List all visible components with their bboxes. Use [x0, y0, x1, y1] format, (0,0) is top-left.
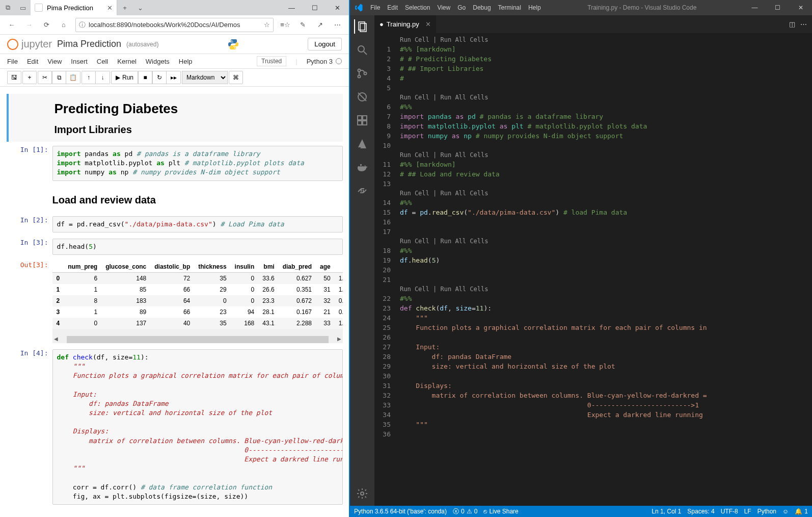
- vsc-minimize-icon[interactable]: —: [743, 0, 766, 15]
- code-line[interactable]: 7import pandas as pd # pandas is a dataf…: [374, 112, 812, 121]
- code-line[interactable]: 19df.head(5): [374, 255, 812, 265]
- code-line[interactable]: 13: [374, 179, 812, 189]
- menu-insert[interactable]: Insert: [71, 58, 88, 65]
- sb-indent[interactable]: Spaces: 4: [687, 508, 714, 515]
- code-input[interactable]: def check(df, size=11): """ Function plo…: [52, 349, 343, 505]
- code-line[interactable]: 14#%%: [374, 198, 812, 208]
- menu-view[interactable]: View: [47, 58, 62, 65]
- code-line[interactable]: 30: [374, 371, 812, 381]
- jupyter-logo[interactable]: jupyter: [7, 38, 52, 50]
- liveshare-icon[interactable]: [355, 184, 369, 198]
- move-down-button[interactable]: ↓: [96, 71, 110, 84]
- code-line[interactable]: 24 """: [374, 313, 812, 323]
- notebook-body[interactable]: Predicting Diabetes Import Libraries In …: [0, 87, 349, 517]
- azure-icon[interactable]: [355, 137, 369, 151]
- notebook-name[interactable]: Pima Prediction: [57, 39, 121, 49]
- code-line[interactable]: 32 matrix of correlation between columns…: [374, 391, 812, 400]
- sb-notifications-icon[interactable]: 🔔 1: [795, 508, 808, 515]
- codelens[interactable]: Run Cell | Run All Cells: [374, 189, 812, 198]
- code-line[interactable]: 33 0------------------------->1: [374, 400, 812, 410]
- sb-cursor-pos[interactable]: Ln 1, Col 1: [652, 508, 681, 515]
- search-icon[interactable]: [355, 43, 369, 57]
- notes-icon[interactable]: ✎: [295, 17, 310, 33]
- code-line[interactable]: 12# ## Load and review data: [374, 169, 812, 179]
- reading-list-icon[interactable]: ≡☆: [278, 17, 293, 33]
- code-line[interactable]: 20: [374, 265, 812, 275]
- docker-icon[interactable]: [355, 160, 369, 174]
- menu-help[interactable]: Help: [179, 58, 193, 65]
- menu-file[interactable]: File: [7, 58, 18, 65]
- maximize-icon[interactable]: ☐: [303, 0, 326, 15]
- editor-tab-training[interactable]: ● Training.py ✕: [374, 15, 437, 33]
- add-cell-button[interactable]: +: [22, 71, 37, 84]
- vsc-menu-view[interactable]: View: [437, 4, 450, 11]
- code-line[interactable]: 10: [374, 141, 812, 150]
- vsc-menu-edit[interactable]: Edit: [387, 4, 398, 11]
- code-line[interactable]: 17: [374, 227, 812, 237]
- code-line[interactable]: 34 Expect a darkred line running: [374, 410, 812, 420]
- vsc-menu-file[interactable]: File: [370, 4, 380, 11]
- sb-eol[interactable]: LF: [744, 508, 751, 515]
- scroll-left-icon[interactable]: ◀: [52, 336, 60, 343]
- code-line[interactable]: 22#%%: [374, 294, 812, 303]
- browser-tab-active[interactable]: Pima Prediction ✕: [31, 0, 117, 15]
- codelens[interactable]: Run Cell | Run All Cells: [374, 93, 812, 102]
- vsc-close-icon[interactable]: ✕: [789, 0, 812, 15]
- home-icon[interactable]: ⌂: [56, 17, 71, 33]
- command-palette-button[interactable]: ⌘: [229, 71, 243, 84]
- codelens[interactable]: Run Cell | Run All Cells: [374, 285, 812, 294]
- tab-aside-icon[interactable]: ⧉: [0, 0, 15, 15]
- back-icon[interactable]: ←: [4, 17, 19, 33]
- more-icon[interactable]: ⋯: [330, 17, 345, 33]
- code-line[interactable]: 5: [374, 83, 812, 93]
- menu-widgets[interactable]: Widgets: [146, 58, 170, 65]
- menu-kernel[interactable]: Kernel: [117, 58, 137, 65]
- sb-encoding[interactable]: UTF-8: [721, 508, 738, 515]
- code-line[interactable]: 1#%% [markdown]: [374, 44, 812, 54]
- copy-button[interactable]: ⧉: [52, 71, 66, 84]
- tab-close-icon[interactable]: ✕: [425, 20, 431, 28]
- code-line[interactable]: 26: [374, 332, 812, 342]
- vsc-menu-go[interactable]: Go: [457, 4, 466, 11]
- sb-liveshare[interactable]: ⎋ Live Share: [483, 508, 518, 515]
- sb-python-env[interactable]: Python 3.6.5 64-bit ('base': conda): [354, 508, 447, 515]
- cut-button[interactable]: ✂: [38, 71, 52, 84]
- run-button[interactable]: ▶ Run: [111, 71, 138, 84]
- paste-button[interactable]: 📋: [66, 71, 80, 84]
- tab-preview-icon[interactable]: ▭: [15, 0, 31, 15]
- code-line[interactable]: 9import numpy as np # numpy provides N-d…: [374, 131, 812, 141]
- split-editor-icon[interactable]: ◫: [789, 20, 795, 28]
- code-line[interactable]: 4#: [374, 73, 812, 83]
- favorite-icon[interactable]: ☆: [264, 21, 270, 29]
- kernel-indicator[interactable]: Python 3: [307, 58, 342, 65]
- minimize-icon[interactable]: —: [280, 0, 303, 15]
- code-cell[interactable]: In [2]: df = pd.read_csv("./data/pima-da…: [7, 214, 343, 235]
- editor-more-icon[interactable]: ⋯: [800, 20, 807, 28]
- debug-icon[interactable]: [355, 90, 369, 104]
- save-button[interactable]: 🖫: [7, 71, 21, 84]
- code-cell[interactable]: In [1]: import pandas as pd # pandas is …: [7, 144, 343, 183]
- horizontal-scrollbar[interactable]: ◀ ▶: [52, 336, 343, 343]
- logout-button[interactable]: Logout: [308, 38, 342, 50]
- codelens[interactable]: Run Cell | Run All Cells: [374, 150, 812, 160]
- codelens[interactable]: Run Cell | Run All Cells: [374, 35, 812, 44]
- sb-feedback-icon[interactable]: ☺: [782, 508, 789, 515]
- vsc-menu-help[interactable]: Help: [528, 4, 541, 11]
- code-line[interactable]: 8import matplotlib.pyplot as plt # matpl…: [374, 121, 812, 131]
- code-line[interactable]: 31 Displays:: [374, 381, 812, 391]
- celltype-select[interactable]: Markdown: [182, 71, 228, 84]
- sb-problems[interactable]: ⓧ 0 ⚠ 0: [453, 507, 477, 516]
- code-line[interactable]: 23def check(df, size=11):: [374, 303, 812, 313]
- menu-cell[interactable]: Cell: [97, 58, 108, 65]
- code-line[interactable]: 15df = pd.read_csv("./data/pima-data.csv…: [374, 208, 812, 217]
- tab-close-icon[interactable]: ✕: [107, 4, 113, 12]
- stop-button[interactable]: ■: [138, 71, 152, 84]
- tab-dropdown-icon[interactable]: ⌄: [132, 0, 148, 15]
- editor-content[interactable]: Run Cell | Run All Cells1#%% [markdown]2…: [374, 33, 812, 506]
- new-tab-icon[interactable]: +: [117, 0, 132, 15]
- address-bar[interactable]: ⓘ ☆: [75, 18, 274, 32]
- vsc-menu-selection[interactable]: Selection: [405, 4, 430, 11]
- source-control-icon[interactable]: [355, 66, 369, 81]
- vsc-maximize-icon[interactable]: ☐: [766, 0, 789, 15]
- restart-run-all-button[interactable]: ▸▸: [167, 71, 181, 84]
